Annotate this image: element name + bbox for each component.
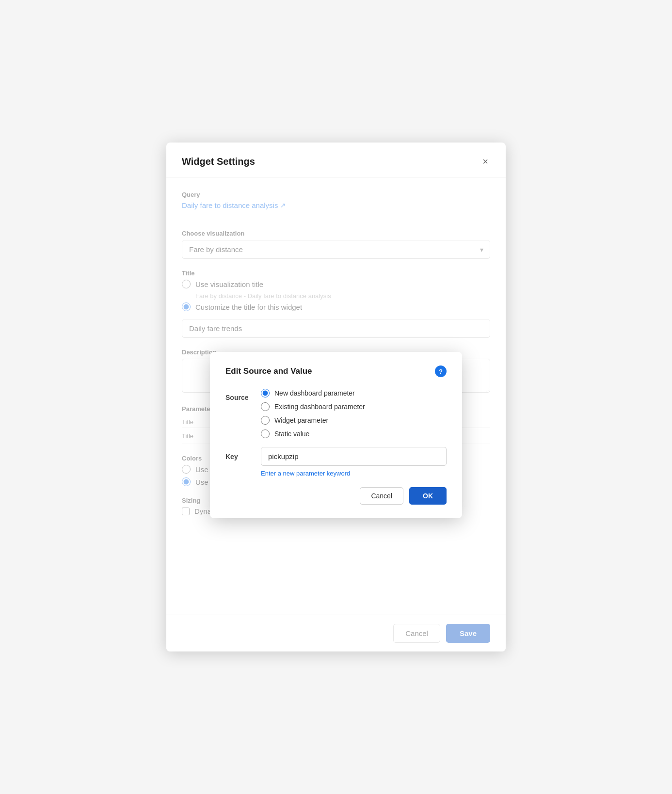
source-radio-group: New dashboard parameter Existing dashboa… xyxy=(261,389,365,438)
new-dashboard-param-radio[interactable] xyxy=(261,389,270,397)
inner-ok-button[interactable]: OK xyxy=(409,487,447,505)
widget-param-radio[interactable] xyxy=(261,416,270,425)
existing-dashboard-param-radio[interactable] xyxy=(261,402,270,411)
inner-dialog-footer: Cancel OK xyxy=(225,487,447,505)
static-value-row: Static value xyxy=(261,429,365,438)
existing-dashboard-param-row: Existing dashboard parameter xyxy=(261,402,365,411)
key-input[interactable] xyxy=(261,447,447,466)
inner-dialog-header: Edit Source and Value ? xyxy=(225,365,447,377)
key-input-row: Key xyxy=(225,447,447,466)
modal-body: Query Daily fare to distance analysis ↗ … xyxy=(166,177,506,651)
source-label: Source xyxy=(225,389,252,401)
close-button[interactable]: × xyxy=(480,154,490,169)
widget-settings-modal: Widget Settings × Query Daily fare to di… xyxy=(166,143,506,651)
inner-cancel-button[interactable]: Cancel xyxy=(360,487,403,505)
source-form-row: Source New dashboard parameter Existing … xyxy=(225,389,447,438)
inner-dialog-title: Edit Source and Value xyxy=(225,366,312,376)
existing-dashboard-param-label: Existing dashboard parameter xyxy=(274,403,365,411)
help-icon[interactable]: ? xyxy=(435,365,447,377)
key-label: Key xyxy=(225,453,252,461)
key-hint-text: Enter a new parameter keyword xyxy=(261,470,350,477)
widget-param-row: Widget parameter xyxy=(261,416,365,425)
edit-source-value-dialog: Edit Source and Value ? Source New dashb… xyxy=(210,352,462,518)
static-value-label: Static value xyxy=(274,430,309,438)
modal-title: Widget Settings xyxy=(182,156,255,167)
new-dashboard-param-label: New dashboard parameter xyxy=(274,389,355,397)
key-hint-row: Enter a new parameter keyword xyxy=(261,469,350,477)
modal-header: Widget Settings × xyxy=(166,143,506,177)
new-dashboard-param-row: New dashboard parameter xyxy=(261,389,365,397)
static-value-radio[interactable] xyxy=(261,429,270,438)
widget-param-label: Widget parameter xyxy=(274,416,328,424)
key-form-row: Key Enter a new parameter keyword xyxy=(225,447,447,477)
